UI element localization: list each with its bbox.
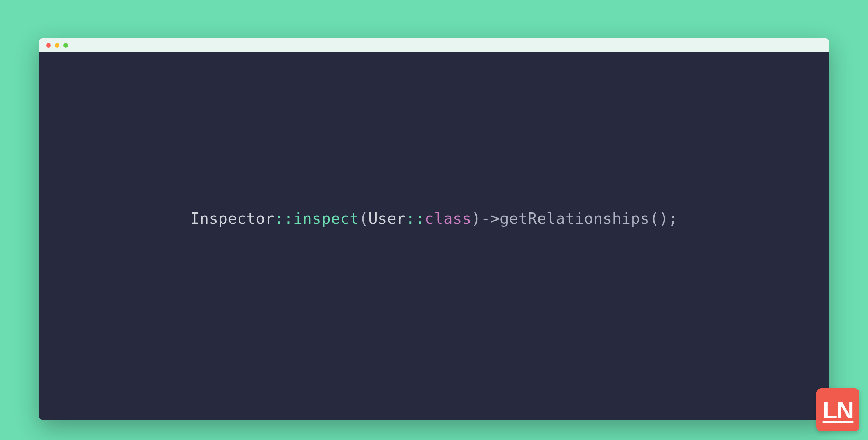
editor-body: Inspector::inspect(User::class)->getRela… [39,52,829,420]
code-token-method-highlight: inspect [293,210,359,227]
code-token-method: getRelationships [500,210,650,227]
code-token-paren: ) [659,210,669,227]
code-token-scope: :: [406,210,425,227]
code-token-class: Inspector [190,210,274,227]
logo-text: LN [823,396,854,424]
code-token-scope: :: [274,210,293,227]
maximize-icon[interactable] [63,43,68,48]
code-token-keyword: class [425,210,472,227]
code-token-semicolon: ; [669,210,678,227]
editor-window: Inspector::inspect(User::class)->getRela… [39,38,829,420]
code-token-paren: ( [359,210,368,227]
code-token-arrow: -> [481,210,500,227]
code-line: Inspector::inspect(User::class)->getRela… [190,210,678,227]
logo-badge: LN [816,388,859,431]
code-token-paren: ) [472,210,481,227]
close-icon[interactable] [46,43,51,48]
window-title-bar [39,38,829,52]
code-token-param: User [368,210,406,227]
minimize-icon[interactable] [55,43,59,48]
code-token-paren: ( [650,210,659,227]
